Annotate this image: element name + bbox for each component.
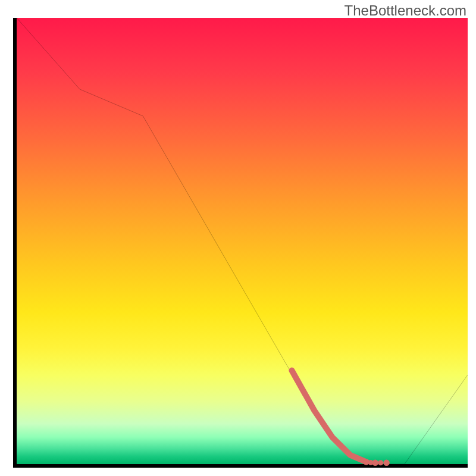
chart-container: TheBottleneck.com [0,0,476,476]
highlight-segment-dot [378,460,383,465]
bottleneck-curve-line [17,18,468,464]
highlight-segment-dot [368,460,373,465]
highlight-segment-dot [383,460,390,466]
chart-plot [17,18,468,464]
highlight-segment-solid [292,371,366,462]
watermark-text: TheBottleneck.com [345,2,466,19]
